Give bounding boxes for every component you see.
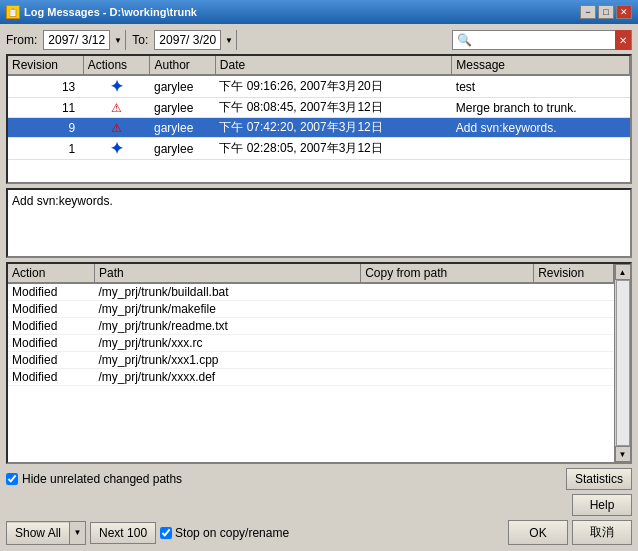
paths-scroll-area[interactable]: Action Path Copy from path Revision Modi… (8, 264, 614, 462)
col-header-message: Message (452, 56, 630, 75)
cell-path-copy-from (361, 283, 534, 301)
cell-path-revision (534, 369, 614, 386)
cell-path-copy-from (361, 318, 534, 335)
from-date-arrow[interactable]: ▼ (109, 30, 125, 50)
search-clear-button[interactable]: ✕ (615, 30, 631, 50)
from-date-value: 2097/ 3/12 (44, 33, 109, 47)
cell-path-copy-from (361, 301, 534, 318)
close-button[interactable]: ✕ (616, 5, 632, 19)
cell-path-action: Modified (8, 335, 95, 352)
cell-path-action: Modified (8, 369, 95, 386)
paths-table-row[interactable]: Modified /my_prj/trunk/xxxx.def (8, 369, 614, 386)
paths-col-copy-from: Copy from path (361, 264, 534, 283)
cell-path-revision (534, 318, 614, 335)
cell-message: test (452, 75, 630, 98)
window-title: Log Messages - D:\working\trunk (24, 6, 197, 18)
cell-date: 下午 02:28:05, 2007年3月12日 (215, 138, 452, 160)
col-header-revision: Revision (8, 56, 83, 75)
cell-path-action: Modified (8, 318, 95, 335)
cell-date: 下午 08:08:45, 2007年3月12日 (215, 98, 452, 118)
scroll-up-button[interactable]: ▲ (615, 264, 631, 280)
title-bar: 📋 Log Messages - D:\working\trunk − □ ✕ (0, 0, 638, 24)
bottom-controls: Hide unrelated changed paths Statistics (6, 468, 632, 490)
cell-path-copy-from (361, 352, 534, 369)
scroll-down-button[interactable]: ▼ (615, 446, 631, 462)
cell-path-action: Modified (8, 301, 95, 318)
cell-message (452, 138, 630, 160)
cell-date: 下午 09:16:26, 2007年3月20日 (215, 75, 452, 98)
cell-path-path: /my_prj/trunk/xxx.rc (95, 335, 361, 352)
cell-revision: 1 (8, 138, 83, 160)
ok-cancel-buttons: OK 取消 (508, 520, 632, 545)
paths-table-row[interactable]: Modified /my_prj/trunk/readme.txt (8, 318, 614, 335)
show-all-button[interactable]: Show All (7, 523, 69, 543)
cell-date: 下午 07:42:20, 2007年3月12日 (215, 118, 452, 138)
from-date-picker[interactable]: 2097/ 3/12 ▼ (43, 30, 126, 50)
col-header-date: Date (215, 56, 452, 75)
ok-button[interactable]: OK (508, 520, 568, 545)
cell-path-copy-from (361, 335, 534, 352)
to-label: To: (132, 33, 148, 47)
to-date-value: 2097/ 3/20 (155, 33, 220, 47)
hide-unrelated-label: Hide unrelated changed paths (22, 472, 182, 486)
log-table-row[interactable]: 1 ✦ garylee 下午 02:28:05, 2007年3月12日 (8, 138, 630, 160)
window-body: From: 2097/ 3/12 ▼ To: 2097/ 3/20 ▼ 🔍 ✕ … (0, 24, 638, 551)
cell-actions: ✦ (83, 75, 150, 98)
paths-table-row[interactable]: Modified /my_prj/trunk/makefile (8, 301, 614, 318)
message-panel: Add svn:keywords. (6, 188, 632, 258)
log-table-container[interactable]: Revision Actions Author Date Message 13 … (6, 54, 632, 184)
cell-message: Add svn:keywords. (452, 118, 630, 138)
paths-panel: Action Path Copy from path Revision Modi… (6, 262, 632, 464)
cell-path-path: /my_prj/trunk/makefile (95, 301, 361, 318)
cell-path-revision (534, 283, 614, 301)
paths-table-row[interactable]: Modified /my_prj/trunk/xxx.rc (8, 335, 614, 352)
cell-path-copy-from (361, 369, 534, 386)
cell-author: garylee (150, 98, 215, 118)
minimize-button[interactable]: − (580, 5, 596, 19)
cell-revision: 9 (8, 118, 83, 138)
cell-author: garylee (150, 75, 215, 98)
cell-revision: 13 (8, 75, 83, 98)
statistics-button[interactable]: Statistics (566, 468, 632, 490)
paths-table: Action Path Copy from path Revision Modi… (8, 264, 614, 386)
cell-revision: 11 (8, 98, 83, 118)
cell-actions: ✦ (83, 138, 150, 160)
paths-col-path: Path (95, 264, 361, 283)
next-100-button[interactable]: Next 100 (90, 522, 156, 544)
cell-path-path: /my_prj/trunk/readme.txt (95, 318, 361, 335)
log-table-row[interactable]: 13 ✦ garylee 下午 09:16:26, 2007年3月20日 tes… (8, 75, 630, 98)
scroll-track[interactable] (616, 280, 630, 446)
stop-on-copy-checkbox[interactable] (160, 527, 172, 539)
cell-path-revision (534, 301, 614, 318)
paths-table-row[interactable]: Modified /my_prj/trunk/buildall.bat (8, 283, 614, 301)
paths-scrollbar[interactable]: ▲ ▼ (614, 264, 630, 462)
cell-path-path: /my_prj/trunk/buildall.bat (95, 283, 361, 301)
log-table-row[interactable]: 11 ⚠ garylee 下午 08:08:45, 2007年3月12日 Mer… (8, 98, 630, 118)
cell-message: Merge branch to trunk. (452, 98, 630, 118)
paths-table-row[interactable]: Modified /my_prj/trunk/xxx1.cpp (8, 352, 614, 369)
window-controls: − □ ✕ (580, 5, 632, 19)
message-text: Add svn:keywords. (12, 194, 113, 208)
col-header-actions: Actions (83, 56, 150, 75)
cell-path-path: /my_prj/trunk/xxx1.cpp (95, 352, 361, 369)
stop-on-copy-label: Stop on copy/rename (160, 526, 289, 540)
cell-path-revision (534, 335, 614, 352)
date-filter-bar: From: 2097/ 3/12 ▼ To: 2097/ 3/20 ▼ 🔍 ✕ (6, 30, 632, 50)
cell-actions: ⚠ (83, 98, 150, 118)
cell-author: garylee (150, 118, 215, 138)
help-button[interactable]: Help (572, 494, 632, 516)
cell-author: garylee (150, 138, 215, 160)
log-table: Revision Actions Author Date Message 13 … (8, 56, 630, 160)
from-label: From: (6, 33, 37, 47)
maximize-button[interactable]: □ (598, 5, 614, 19)
cancel-button[interactable]: 取消 (572, 520, 632, 545)
search-box[interactable]: 🔍 ✕ (452, 30, 632, 50)
log-table-row[interactable]: 9 ⚠ garylee 下午 07:42:20, 2007年3月12日 Add … (8, 118, 630, 138)
show-all-container[interactable]: Show All ▼ (6, 521, 86, 545)
show-all-dropdown-arrow[interactable]: ▼ (69, 522, 85, 544)
cell-path-action: Modified (8, 283, 95, 301)
hide-unrelated-checkbox[interactable] (6, 473, 18, 485)
to-date-arrow[interactable]: ▼ (220, 30, 236, 50)
paths-col-action: Action (8, 264, 95, 283)
to-date-picker[interactable]: 2097/ 3/20 ▼ (154, 30, 237, 50)
